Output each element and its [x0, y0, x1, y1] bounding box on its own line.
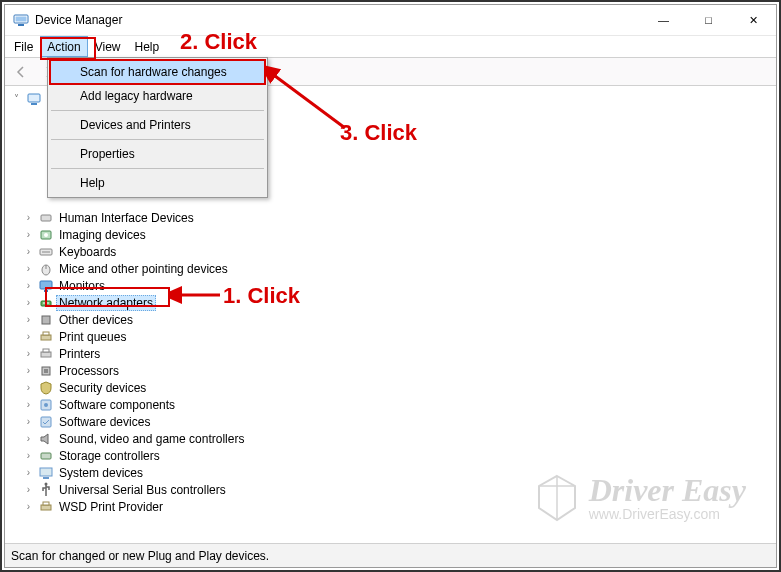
- svg-rect-2: [18, 24, 24, 26]
- expand-icon[interactable]: ›: [21, 297, 36, 308]
- tree-node-label: Print queues: [56, 330, 129, 344]
- tree-node-keyboard[interactable]: ›Keyboards: [21, 243, 776, 260]
- tree-node-label: Human Interface Devices: [56, 211, 197, 225]
- svg-point-7: [44, 233, 48, 237]
- svg-rect-5: [41, 215, 51, 221]
- expand-icon[interactable]: ›: [21, 280, 36, 291]
- expand-icon[interactable]: ›: [21, 263, 36, 274]
- expand-icon[interactable]: ›: [21, 467, 36, 478]
- tree-node-printq[interactable]: ›Print queues: [21, 328, 776, 345]
- svg-rect-22: [44, 369, 48, 373]
- tree-node-network[interactable]: ›Network adapters: [21, 294, 776, 311]
- svg-point-24: [44, 403, 48, 407]
- menu-item-add-legacy[interactable]: Add legacy hardware: [50, 84, 265, 108]
- svg-rect-12: [40, 281, 52, 289]
- tree-node-label: Software components: [56, 398, 178, 412]
- minimize-button[interactable]: —: [641, 5, 686, 35]
- tree-node-storage[interactable]: ›Storage controllers: [21, 447, 776, 464]
- computer-icon: [25, 91, 43, 107]
- svg-rect-17: [41, 335, 51, 340]
- svg-rect-1: [16, 17, 27, 22]
- expand-icon[interactable]: ›: [21, 399, 36, 410]
- system-icon: [37, 465, 55, 481]
- tree-node-mouse[interactable]: ›Mice and other pointing devices: [21, 260, 776, 277]
- usb-icon: [37, 482, 55, 498]
- menu-view[interactable]: View: [88, 36, 128, 57]
- tree-node-security[interactable]: ›Security devices: [21, 379, 776, 396]
- collapse-icon[interactable]: ˅: [9, 93, 24, 104]
- svg-rect-3: [28, 94, 40, 102]
- svg-point-29: [45, 482, 48, 485]
- svg-rect-27: [40, 468, 52, 476]
- expand-icon[interactable]: ›: [21, 212, 36, 223]
- device-manager-icon: [13, 12, 29, 28]
- tree-node-system[interactable]: ›System devices: [21, 464, 776, 481]
- tree-node-label: Mice and other pointing devices: [56, 262, 231, 276]
- imaging-icon: [37, 227, 55, 243]
- expand-icon[interactable]: ›: [21, 246, 36, 257]
- expand-icon[interactable]: ›: [21, 382, 36, 393]
- printq-icon: [37, 329, 55, 345]
- printer-icon: [37, 346, 55, 362]
- svg-rect-20: [43, 349, 49, 352]
- tree-node-sound[interactable]: ›Sound, video and game controllers: [21, 430, 776, 447]
- keyboard-icon: [37, 244, 55, 260]
- sound-icon: [37, 431, 55, 447]
- tree-node-swd[interactable]: ›Software devices: [21, 413, 776, 430]
- menu-action[interactable]: Action: [40, 36, 87, 57]
- tree-node-monitor[interactable]: ›Monitors: [21, 277, 776, 294]
- network-icon: [37, 295, 55, 311]
- window-controls: — □ ✕: [641, 5, 776, 35]
- annotation-label-3: 3. Click: [340, 120, 417, 146]
- close-button[interactable]: ✕: [731, 5, 776, 35]
- tree-node-usb[interactable]: ›Universal Serial Bus controllers: [21, 481, 776, 498]
- expand-icon[interactable]: ›: [21, 331, 36, 342]
- hid-icon: [37, 210, 55, 226]
- menu-item-properties[interactable]: Properties: [50, 142, 265, 166]
- expand-icon[interactable]: ›: [21, 433, 36, 444]
- tree-node-label: Processors: [56, 364, 122, 378]
- menu-item-devices-printers[interactable]: Devices and Printers: [50, 113, 265, 137]
- menu-item-help[interactable]: Help: [50, 171, 265, 195]
- svg-rect-26: [41, 453, 51, 459]
- expand-icon[interactable]: ›: [21, 314, 36, 325]
- monitor-icon: [37, 278, 55, 294]
- svg-rect-19: [41, 352, 51, 357]
- tree-node-label: Other devices: [56, 313, 136, 327]
- tree-node-swc[interactable]: ›Software components: [21, 396, 776, 413]
- status-bar: Scan for changed or new Plug and Play de…: [5, 543, 776, 567]
- tree-node-label: Imaging devices: [56, 228, 149, 242]
- status-text: Scan for changed or new Plug and Play de…: [11, 549, 269, 563]
- storage-icon: [37, 448, 55, 464]
- tree-node-other[interactable]: ›Other devices: [21, 311, 776, 328]
- expand-icon[interactable]: ›: [21, 229, 36, 240]
- expand-icon[interactable]: ›: [21, 450, 36, 461]
- security-icon: [37, 380, 55, 396]
- tree-node-wsd[interactable]: ›WSD Print Provider: [21, 498, 776, 515]
- mouse-icon: [37, 261, 55, 277]
- back-button[interactable]: [9, 61, 33, 83]
- tree-node-label: Printers: [56, 347, 103, 361]
- tree-node-imaging[interactable]: ›Imaging devices: [21, 226, 776, 243]
- tree-node-label: Software devices: [56, 415, 153, 429]
- annotation-label-2: 2. Click: [180, 29, 257, 55]
- maximize-button[interactable]: □: [686, 5, 731, 35]
- window-title: Device Manager: [35, 13, 641, 27]
- menu-file[interactable]: File: [7, 36, 40, 57]
- expand-icon[interactable]: ›: [21, 365, 36, 376]
- tree-node-printer[interactable]: ›Printers: [21, 345, 776, 362]
- tree-node-cpu[interactable]: ›Processors: [21, 362, 776, 379]
- svg-rect-25: [41, 417, 51, 427]
- expand-icon[interactable]: ›: [21, 348, 36, 359]
- menu-item-scan-hardware[interactable]: Scan for hardware changes: [50, 60, 265, 84]
- expand-icon[interactable]: ›: [21, 484, 36, 495]
- menu-help[interactable]: Help: [128, 36, 167, 57]
- tree-node-label: Universal Serial Bus controllers: [56, 483, 229, 497]
- tree-node-hid[interactable]: ›Human Interface Devices: [21, 209, 776, 226]
- expand-icon[interactable]: ›: [21, 416, 36, 427]
- tree-node-label: Network adapters: [56, 295, 156, 311]
- menu-separator: [51, 139, 264, 140]
- expand-icon[interactable]: ›: [21, 501, 36, 512]
- annotation-label-1: 1. Click: [223, 283, 300, 309]
- tree-node-label: Monitors: [56, 279, 108, 293]
